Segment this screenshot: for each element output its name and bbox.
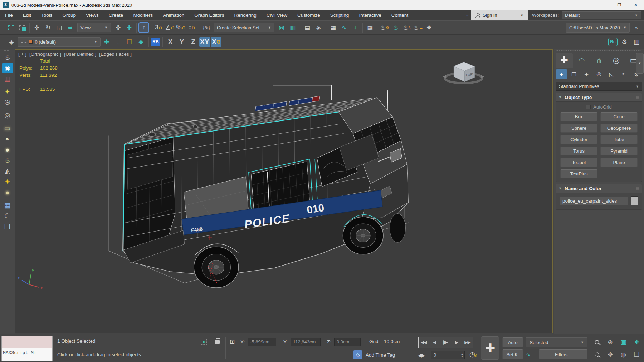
menu-tools[interactable]: Tools (36, 10, 58, 20)
menu-views[interactable]: Views (81, 10, 104, 20)
use-pivot-center-icon[interactable]: ✜ (113, 22, 123, 33)
restrict-y-button[interactable]: Y (176, 37, 187, 47)
sun-light-icon[interactable]: ☀ (2, 177, 13, 187)
time-configuration-icon[interactable]: ◷⚙ (469, 350, 477, 358)
box-button[interactable]: Box (560, 112, 597, 121)
menu-rendering[interactable]: Rendering (229, 10, 262, 20)
default-tangent-icon[interactable]: ∿ (526, 351, 531, 358)
named-selection-set-combo[interactable]: Create Selection Set ▼ (214, 23, 274, 32)
viewport-menu-shading[interactable]: [Edged Faces ] (99, 51, 132, 57)
category-cameras[interactable]: ✇ (593, 69, 605, 79)
menu-file[interactable]: File (0, 10, 18, 20)
key-filter-dropdown[interactable]: Selected ▼ (526, 337, 587, 347)
tool-settings-icon[interactable]: ⚙ (619, 36, 630, 47)
maxscript-mini-listener[interactable]: MAXScript Mi (1, 336, 53, 361)
vray-framebuffer-icon[interactable]: ◉ (2, 63, 13, 73)
schematic-view-icon[interactable]: ↓ (350, 22, 361, 33)
restrict-x-button[interactable]: X (165, 37, 176, 47)
primitive-category-dropdown[interactable]: Standard Primitives ▼ (556, 82, 642, 91)
menu-modifiers[interactable]: Modifiers (128, 10, 158, 20)
listener-script-line[interactable]: MAXScript Mi (2, 348, 52, 361)
scene-explorer-icon[interactable]: ▤ (302, 22, 313, 33)
name-color-header[interactable]: ▼ Name and Color ▦ (556, 184, 642, 193)
zoom-extents-icon[interactable]: ▣ (617, 336, 630, 348)
police-van-wireframe[interactable]: POLICE 010 F488 (15, 50, 552, 333)
render-setup-icon[interactable]: ♨⚙ (379, 22, 390, 33)
restrict-z-button[interactable]: Z (188, 37, 199, 47)
curve-editor-icon[interactable]: ∿ (339, 22, 350, 33)
tube-button[interactable]: Tube (600, 135, 638, 144)
next-frame-button[interactable]: ▶ (451, 337, 462, 348)
mirror-icon[interactable]: ⋈ (276, 22, 287, 33)
viewport-menu-camera[interactable]: [User Defined ] (64, 51, 96, 57)
menu-overflow-chevron[interactable]: » (463, 10, 471, 20)
menu-civil-view[interactable]: Civil View (262, 10, 292, 20)
tab-motion[interactable]: ◎ (608, 53, 625, 68)
toolbar-grip[interactable] (2, 37, 4, 46)
toolbar-grip[interactable] (2, 23, 4, 32)
time-tag-cube-icon[interactable]: ◇ (353, 350, 362, 359)
viewport-menu-pov[interactable]: [Orthographic ] (29, 51, 61, 57)
percent-snap-icon[interactable]: %Ω (175, 22, 186, 33)
minimize-button[interactable]: — (595, 0, 611, 10)
y-coord-field[interactable] (291, 338, 321, 346)
active-layer-dropdown[interactable]: = = 0 (default) ▼ (18, 37, 101, 47)
set-keys-button[interactable]: ✚ (481, 336, 499, 360)
render-online-icon[interactable]: ♨☁ (413, 22, 423, 33)
project-folder-dropdown[interactable]: C:\Users\D...s Max 2020 ▼ (566, 23, 630, 33)
autogrid-checkbox[interactable] (586, 105, 591, 109)
rb-badge[interactable]: RB (151, 38, 160, 46)
select-move-icon[interactable]: ✛ (31, 22, 42, 33)
use-selection-center-icon[interactable]: ✚ (124, 22, 135, 33)
rc-badge[interactable]: Rc (608, 38, 618, 46)
snaps-axis-constraint-button[interactable]: XΩ (211, 37, 221, 47)
toolbar-grip[interactable] (561, 23, 563, 32)
sign-in-dropdown[interactable]: Sign In ▼ (471, 10, 528, 20)
orbit-icon[interactable]: ◍ (617, 348, 630, 361)
tab-modify[interactable]: ◠ (573, 53, 590, 68)
object-name-field[interactable] (560, 196, 629, 205)
go-to-start-button[interactable]: ◀◀ (418, 337, 429, 348)
menu-interactive[interactable]: Interactive (354, 10, 386, 20)
set-key-mode-button[interactable]: Set K. (502, 349, 523, 359)
plane-button[interactable]: Plane (600, 158, 638, 167)
current-frame-field[interactable] (431, 352, 461, 358)
menu-scripting[interactable]: Scripting (325, 10, 354, 20)
key-filters-button[interactable]: Filters... (539, 349, 587, 359)
light-lister-icon[interactable]: ✦ (2, 86, 13, 97)
category-spacewarps[interactable]: ≈ (618, 69, 630, 79)
maximize-button[interactable]: ❐ (611, 0, 628, 10)
cylinder-button[interactable]: Cylinder (560, 135, 597, 144)
x-coord-field[interactable] (248, 338, 276, 346)
pan-icon[interactable]: ✥ (604, 348, 617, 361)
select-scale-icon[interactable]: ◱ (54, 22, 64, 33)
reference-coordinate-dropdown[interactable]: View ▼ (77, 23, 111, 32)
rendered-frame-window-icon[interactable]: ♨ (390, 22, 401, 33)
selection-lock-icon[interactable] (215, 340, 220, 344)
object-type-header[interactable]: ▼ Object Type ▦ (556, 93, 642, 102)
menu-customize[interactable]: Customize (292, 10, 325, 20)
pyramid-button[interactable]: Pyramid (600, 147, 638, 155)
category-lights[interactable]: ✦ (581, 69, 592, 79)
viewport[interactable]: [ + ] [Orthographic ] [User Defined ] [E… (15, 49, 553, 333)
panel-grip[interactable] (556, 50, 641, 52)
align-icon[interactable]: ▥ (287, 22, 298, 33)
cone-button[interactable]: Cone (600, 112, 638, 121)
select-region-icon[interactable] (6, 22, 16, 33)
camera-icon[interactable]: ◎ (2, 110, 13, 120)
angle-snap-icon[interactable]: ∠Ω (164, 22, 175, 33)
grid-tools-icon[interactable]: ▦ (631, 36, 642, 47)
go-to-end-button[interactable]: ▶▶ (462, 337, 473, 348)
add-time-tag[interactable]: Add Time Tag (366, 352, 395, 358)
pick-layer-icon[interactable]: ❏ (124, 36, 135, 47)
rect-light-icon[interactable]: ▭ (2, 123, 13, 133)
teapot-button[interactable]: Teapot (560, 158, 597, 167)
infinite-plane-icon[interactable]: ◭ (2, 166, 13, 176)
edit-named-selections-icon[interactable]: {✎} (201, 22, 212, 33)
page-icon[interactable]: ❏ (2, 222, 13, 232)
zoom-all-icon[interactable]: ⊕ (604, 336, 617, 348)
select-manipulate-icon[interactable]: ↑ (138, 22, 149, 33)
glow-sphere-icon[interactable]: ● (2, 187, 13, 198)
ribbon-toggle-icon[interactable]: ▦ (328, 22, 338, 33)
menu-edit[interactable]: Edit (18, 10, 36, 20)
